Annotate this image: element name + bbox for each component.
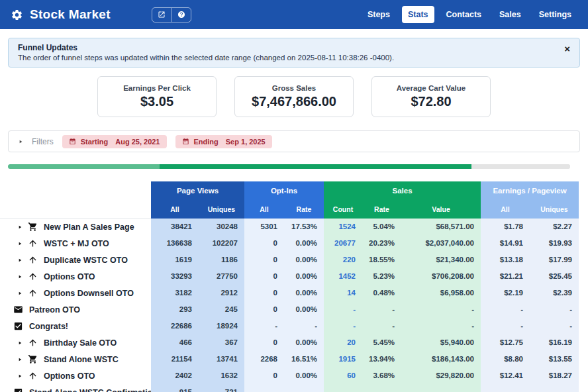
funnel-step-label: WSTC + MJ OTO	[44, 239, 109, 248]
table-row: Patreon OTO29324500.00%-----	[0, 301, 579, 318]
table-cell: $8.80	[481, 351, 530, 368]
col-earnings-uniques: Uniques	[530, 200, 579, 219]
table-cell: 466	[151, 334, 199, 351]
table-cell: $68,571.00	[401, 219, 481, 235]
row-expand-caret-icon[interactable]	[17, 291, 28, 296]
table-cell: $2.27	[530, 219, 579, 235]
table-cell: $18.27	[530, 368, 579, 384]
table-cell: 3.68%	[362, 368, 401, 384]
table-cell: 1632	[199, 368, 244, 384]
table-cell[interactable]: 1524	[324, 219, 362, 235]
table-cell[interactable]: 1452	[324, 268, 362, 285]
arrow-up-icon	[28, 271, 38, 281]
table-cell[interactable]: 60	[324, 368, 362, 384]
table-cell: $16.19	[530, 334, 579, 351]
nav-item-contacts[interactable]: Contacts	[440, 6, 487, 23]
table-cell: $706,208.00	[401, 268, 481, 285]
table-cell: 38421	[151, 219, 199, 235]
table-cell: 0	[244, 268, 284, 285]
funnel-step-name-cell[interactable]: Options OTO	[0, 368, 151, 384]
row-expand-caret-icon[interactable]	[17, 357, 28, 362]
table-cell: 0.00%	[284, 235, 324, 252]
funnel-step-name-cell[interactable]: Options Downsell OTO	[0, 285, 151, 301]
stat-label: Earnings Per Click	[123, 84, 191, 92]
ending-date-badge[interactable]: Ending Sep 1, 2025	[175, 135, 272, 148]
open-external-button[interactable]	[152, 8, 172, 22]
table-cell	[324, 384, 362, 392]
funnel-step-name-cell[interactable]: Options OTO	[0, 268, 151, 285]
row-expand-caret-icon[interactable]	[17, 274, 28, 279]
column-group-earnings-pageview: Earnings / Pageview	[481, 181, 579, 200]
table-cell: 0	[244, 285, 284, 301]
segment-light-green	[8, 164, 160, 169]
table-cell: 0.00%	[284, 301, 324, 318]
column-group-page-views: Page Views	[151, 181, 244, 200]
stat-card-average-cart-value: Average Cart Value $72.80	[371, 76, 491, 117]
table-cell[interactable]: 220	[324, 252, 362, 268]
stat-label: Gross Sales	[272, 84, 316, 92]
header-button-group	[152, 7, 191, 23]
table-cell: 13.94%	[362, 351, 401, 368]
help-button[interactable]	[172, 8, 191, 22]
row-expand-caret-icon[interactable]	[17, 258, 28, 263]
table-cell: 1186	[199, 252, 244, 268]
stat-card-gross-sales: Gross Sales $7,467,866.00	[234, 76, 354, 117]
arrow-up-icon	[28, 255, 38, 265]
funnel-step-name-cell[interactable]: Birthday Sale OTO	[0, 334, 151, 351]
nav-item-sales[interactable]: Sales	[493, 6, 527, 23]
funnel-step-name-cell[interactable]: Congrats!	[0, 318, 151, 334]
alert-close-icon[interactable]: ×	[564, 44, 570, 54]
question-circle-icon	[177, 11, 185, 19]
table-cell[interactable]: 1915	[324, 351, 362, 368]
table-cell: $21.21	[481, 268, 530, 285]
table-cell: 18924	[199, 318, 244, 334]
col-optins-rate: Rate	[284, 200, 324, 219]
funnel-step-name-cell[interactable]: New Plan A Sales Page	[0, 219, 151, 235]
stat-card-earnings-per-click: Earnings Per Click $3.05	[97, 76, 217, 117]
table-cell: 13741	[199, 351, 244, 368]
nav-item-stats[interactable]: Stats	[402, 6, 434, 23]
table-cell: $25.45	[530, 268, 579, 285]
funnel-step-name-cell[interactable]: WSTC + MJ OTO	[0, 235, 151, 252]
calendar-icon	[182, 138, 189, 145]
row-expand-caret-icon[interactable]	[17, 241, 28, 246]
starting-date-badge[interactable]: Starting Aug 25, 2021	[62, 135, 167, 148]
table-cell: 0	[244, 301, 284, 318]
funnel-step-name-cell[interactable]: Duplicate WSTC OTO	[0, 252, 151, 268]
table-cell: 33293	[151, 268, 199, 285]
table-cell: 0.00%	[284, 368, 324, 384]
row-expand-caret-icon[interactable]	[17, 340, 28, 346]
table-cell[interactable]: 14	[324, 285, 362, 301]
table-group-header: Page Views Opt-Ins Sales Earnings / Page…	[0, 181, 579, 200]
col-optins-all: All	[244, 200, 284, 219]
table-cell: $6,958.00	[401, 285, 481, 301]
nav-item-steps[interactable]: Steps	[362, 6, 396, 23]
row-expand-caret-icon[interactable]	[17, 373, 28, 379]
table-cell: 22686	[151, 318, 199, 334]
table-cell[interactable]: 20677	[324, 235, 362, 252]
funnel-updates-alert: Funnel Updates The order of funnel steps…	[8, 38, 580, 68]
nav-item-settings[interactable]: Settings	[533, 6, 577, 23]
table-cell[interactable]: 20	[324, 334, 362, 351]
table-cell: 30248	[199, 219, 244, 235]
stat-value: $72.80	[411, 94, 451, 109]
table-cell: $13.18	[481, 252, 530, 268]
arrow-up-icon	[28, 338, 38, 348]
table-cell: 0	[244, 252, 284, 268]
table-cell: 0	[244, 235, 284, 252]
funnel-step-name-cell[interactable]: Stand Alone WSTC Confirmation	[0, 384, 151, 392]
funnel-step-name-cell[interactable]: Patreon OTO	[0, 301, 151, 318]
table-cell: 5301	[244, 219, 284, 235]
row-expand-caret-icon[interactable]	[17, 224, 28, 230]
table-cell: $29,820.00	[401, 368, 481, 384]
filters-bar[interactable]: Filters Starting Aug 25, 2021 Ending Sep…	[8, 130, 580, 152]
main-nav: StepsStatsContactsSalesSettings	[362, 6, 577, 23]
funnel-step-name-cell[interactable]: Stand Alone WSTC	[0, 351, 151, 368]
table-row: Stand Alone WSTC2115413741226816.51%1915…	[0, 351, 579, 368]
table-cell: 16.51%	[284, 351, 324, 368]
gear-icon	[11, 9, 23, 21]
cart-icon	[28, 354, 38, 364]
table-cell: -	[401, 318, 481, 334]
table-cell: $19.93	[530, 235, 579, 252]
filters-expand-caret-icon[interactable]	[18, 139, 23, 144]
